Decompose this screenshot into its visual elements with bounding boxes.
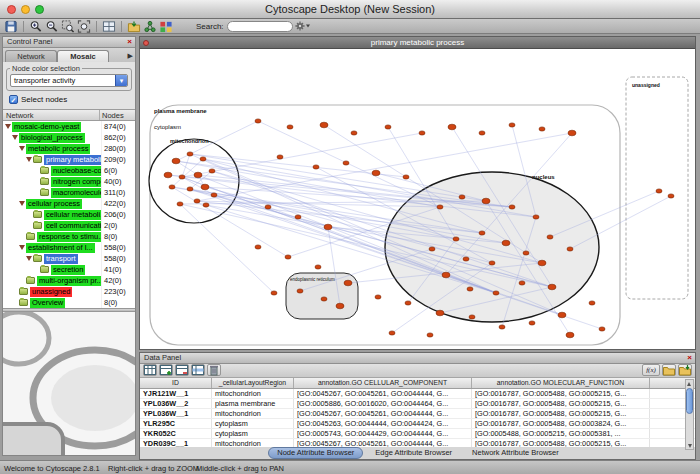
expander-icon[interactable]: [19, 244, 26, 251]
attribute-select-button[interactable]: [143, 364, 157, 376]
tab-network-attribute-browser[interactable]: Network Attribute Browser: [464, 448, 567, 458]
tree-row[interactable]: cellular metaboli...206(0): [3, 209, 135, 220]
tab-overflow-arrow-icon[interactable]: [128, 50, 133, 62]
network-node[interactable]: [172, 158, 180, 164]
search-input[interactable]: [227, 21, 293, 32]
network-frame-titlebar[interactable]: primary metabolic process: [140, 37, 695, 49]
clear-table-button[interactable]: [207, 364, 221, 376]
tree-row[interactable]: primary metabolic...209(0): [3, 154, 135, 165]
zoom-in-icon[interactable]: [29, 20, 43, 33]
frame-close-icon[interactable]: [143, 40, 149, 46]
network-node[interactable]: [315, 265, 321, 269]
network-node[interactable]: [351, 131, 357, 135]
network-node[interactable]: [203, 203, 209, 207]
network-node[interactable]: [336, 303, 344, 309]
tree-row[interactable]: mosaic-demo-yeast874(0): [3, 121, 135, 132]
tree-node-label[interactable]: metabolic process: [26, 144, 90, 154]
network-node[interactable]: [385, 125, 391, 129]
network-node[interactable]: [375, 295, 381, 299]
expander-icon[interactable]: [26, 255, 33, 262]
table-row[interactable]: YDR039C__1mitochondrion[GO:0045267, GO:0…: [140, 439, 695, 447]
network-node[interactable]: [529, 321, 535, 325]
network-node[interactable]: [389, 331, 395, 335]
network-node[interactable]: [419, 131, 425, 135]
network-node[interactable]: [177, 202, 183, 206]
network-node[interactable]: [656, 189, 662, 193]
network-node[interactable]: [201, 184, 209, 190]
window-titlebar[interactable]: Cytoscape Desktop (New Session): [0, 0, 700, 19]
network-node[interactable]: [285, 255, 291, 259]
network-node[interactable]: [448, 124, 456, 130]
data-panel-titlebar[interactable]: Data Panel: [140, 353, 695, 364]
network-node[interactable]: [479, 231, 485, 235]
tab-network[interactable]: Network: [5, 50, 57, 62]
network-node[interactable]: [313, 165, 319, 169]
network-node[interactable]: [599, 327, 605, 331]
select-nodes-checkbox[interactable]: [9, 95, 18, 104]
network-node[interactable]: [169, 185, 175, 189]
network-node[interactable]: [509, 123, 515, 127]
tree-row[interactable]: cell communicati...2(0): [3, 220, 135, 231]
tree-row[interactable]: cellular process422(0): [3, 198, 135, 209]
network-node[interactable]: [429, 247, 435, 251]
network-node[interactable]: [509, 205, 515, 209]
network-node[interactable]: [320, 122, 328, 128]
network-node[interactable]: [372, 170, 380, 176]
tree-row[interactable]: biological_process862(0): [3, 132, 135, 143]
tree-row[interactable]: Overview8(0): [3, 297, 135, 308]
network-node[interactable]: [287, 125, 293, 129]
network-node[interactable]: [548, 284, 556, 290]
search-options-button[interactable]: [295, 20, 311, 32]
network-node[interactable]: [519, 281, 525, 285]
attribute-delete-button[interactable]: [175, 364, 189, 376]
table-scrollbar[interactable]: [685, 379, 694, 450]
tree-row[interactable]: metabolic process280(0): [3, 143, 135, 154]
table-row[interactable]: YJR121W__1mitochondrion[GO:0045267, GO:0…: [140, 389, 695, 399]
network-node[interactable]: [297, 289, 303, 293]
network-node[interactable]: [533, 215, 539, 219]
network-node[interactable]: [271, 291, 277, 295]
expander-icon[interactable]: [26, 156, 33, 163]
scroll-thumb[interactable]: [686, 388, 693, 414]
network-node[interactable]: [265, 205, 271, 209]
row-select-button[interactable]: [191, 364, 205, 376]
tree-column-nodes[interactable]: Nodes: [100, 110, 135, 120]
table-row[interactable]: YPL036W__1mitochondrion[GO:0045267, GO:0…: [140, 409, 695, 419]
table-row[interactable]: YLR295Ccytoplasm[GO:0045263, GO:0044444,…: [140, 419, 695, 429]
expander-icon[interactable]: [19, 200, 26, 207]
scroll-down-icon[interactable]: [687, 442, 694, 449]
vizmapper-icon[interactable]: [159, 20, 173, 33]
network-node[interactable]: [469, 315, 475, 319]
save-session-icon[interactable]: [4, 20, 18, 33]
column-header[interactable]: annotation.GO MOLECULAR_FUNCTION: [472, 378, 650, 388]
tree-row[interactable]: multi-organism pr...42(0): [3, 275, 135, 286]
table-row[interactable]: YPL036W__2plasma membrane[GO:0005886, GO…: [140, 399, 695, 409]
tree-column-network[interactable]: Network: [3, 110, 100, 120]
import-network-icon[interactable]: [127, 20, 141, 33]
tree-row[interactable]: nitrogen compou...40(0): [3, 176, 135, 187]
network-node[interactable]: [255, 119, 261, 123]
network-node[interactable]: [493, 291, 499, 295]
tree-node-label[interactable]: cellular process: [26, 199, 82, 209]
dropdown-arrow-icon[interactable]: [115, 75, 127, 86]
network-node[interactable]: [538, 260, 546, 266]
network-node[interactable]: [558, 312, 566, 318]
import-table-button[interactable]: [662, 364, 676, 376]
zoom-selection-icon[interactable]: [61, 20, 75, 33]
network-node[interactable]: [344, 280, 352, 286]
tree-row[interactable]: macromolecule m...311(0): [3, 187, 135, 198]
expander-icon[interactable]: [19, 145, 26, 152]
network-node[interactable]: [277, 155, 283, 159]
attribute-new-button[interactable]: [159, 364, 173, 376]
network-node[interactable]: [539, 127, 545, 131]
tab-node-attribute-browser[interactable]: Node Attribute Browser: [268, 447, 363, 459]
column-header[interactable]: ID: [140, 378, 212, 388]
tree-node-label[interactable]: Overview: [30, 298, 65, 308]
network-node[interactable]: [209, 169, 215, 173]
tree-node-label[interactable]: biological_process: [19, 133, 85, 143]
network-node[interactable]: [321, 297, 327, 301]
tree-row[interactable]: secretion41(0): [3, 264, 135, 275]
network-canvas[interactable]: plasma membranecytoplasmmitochondrionnuc…: [140, 49, 695, 349]
export-table-button[interactable]: [678, 364, 692, 376]
tree-node-label[interactable]: cell communicati...: [44, 221, 110, 231]
